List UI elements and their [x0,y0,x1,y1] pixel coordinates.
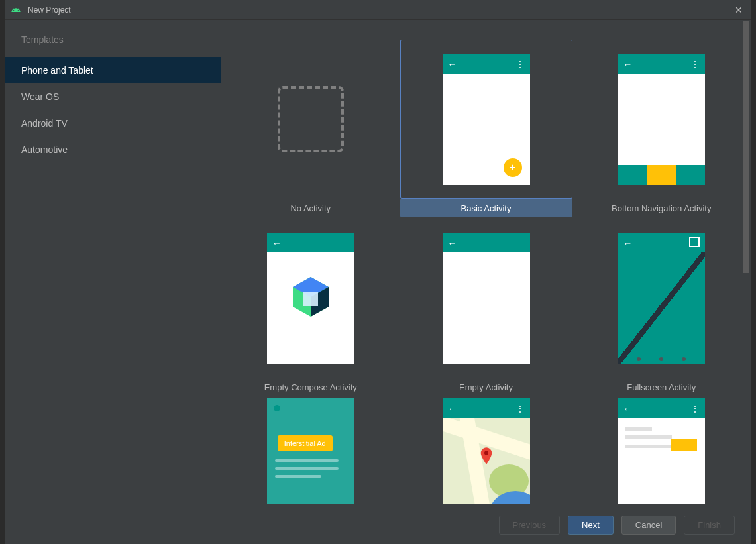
close-icon[interactable]: ✕ [732,5,745,15]
template-label: Fullscreen Activity [575,378,747,396]
template-empty-activity[interactable]: ← Empty Activity [400,219,572,398]
fullscreen-icon [689,237,700,247]
pager-dots-icon [618,357,705,361]
back-arrow-icon: ← [448,59,457,70]
sidebar-item-label: Phone and Tablet [21,65,93,76]
new-project-dialog: New Project ✕ Templates Phone and Tablet… [5,0,751,544]
footer: Previous Next Cancel Finish [5,506,751,544]
sidebar-item-automotive[interactable]: Automotive [5,136,221,163]
template-label: Basic Activity [400,199,572,217]
template-label: Empty Compose Activity [225,378,397,396]
back-arrow-icon: ← [448,404,457,414]
titlebar: New Project ✕ [5,0,751,20]
previous-button[interactable]: Previous [499,516,561,535]
sidebar-header: Templates [5,34,221,57]
map-preview-icon [443,418,530,504]
finish-button[interactable]: Finish [684,516,735,535]
template-grid-container: No Activity ← ⋮ + Basic Activity [221,20,751,506]
sidebar-item-label: Wear OS [21,91,59,102]
interstitial-ad-badge: Interstitial Ad [278,435,333,451]
sidebar-item-label: Automotive [21,144,68,155]
template-fullscreen-activity[interactable]: ← Fullscreen Activity [575,219,747,398]
cancel-button[interactable]: Cancel [621,516,676,535]
no-activity-icon [278,86,344,152]
overflow-icon: ⋮ [690,59,700,70]
template-login-activity[interactable]: ← ⋮ [575,398,747,506]
template-label: Empty Activity [400,378,572,396]
sidebar-item-android-tv[interactable]: Android TV [5,110,221,136]
sidebar: Templates Phone and Tablet Wear OS Andro… [5,20,221,506]
overflow-icon: ⋮ [515,59,525,70]
template-empty-compose-activity[interactable]: ← Empty Com [225,219,397,398]
next-button[interactable]: Next [568,516,614,535]
back-arrow-icon: ← [623,238,632,248]
template-basic-activity[interactable]: ← ⋮ + Basic Activity [400,40,572,219]
template-interstitial-ad[interactable]: Interstitial Ad [225,398,397,506]
overflow-icon: ⋮ [515,404,525,414]
template-no-activity[interactable]: No Activity [225,40,397,219]
overflow-icon: ⋮ [690,404,700,414]
template-bottom-navigation-activity[interactable]: ← ⋮ Bottom Navigation Activity [575,40,747,219]
scrollbar[interactable] [741,20,751,506]
back-arrow-icon: ← [623,59,632,70]
template-label: No Activity [225,199,397,217]
sidebar-item-label: Android TV [21,118,68,129]
sidebar-item-wear-os[interactable]: Wear OS [5,83,221,110]
back-arrow-icon: ← [623,404,632,414]
compose-logo-icon [293,277,329,319]
action-button-icon [671,439,697,451]
template-label: Bottom Navigation Activity [575,199,747,217]
fab-icon: + [504,158,522,177]
svg-point-4 [484,451,488,455]
bottom-nav-bar-icon [618,165,705,185]
sidebar-item-phone-and-tablet[interactable]: Phone and Tablet [5,57,221,83]
back-arrow-icon: ← [272,238,282,248]
svg-marker-3 [303,292,318,306]
android-icon [11,5,21,15]
scrollbar-thumb[interactable] [743,21,749,273]
window-title: New Project [28,5,732,15]
back-arrow-icon: ← [448,238,457,248]
template-google-maps-activity[interactable]: ← ⋮ [400,398,572,506]
